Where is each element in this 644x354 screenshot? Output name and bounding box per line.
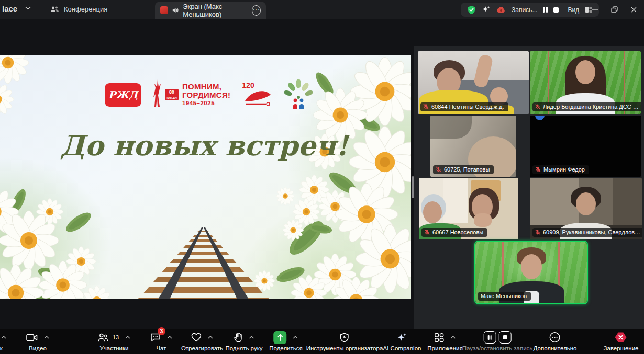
- participant-tile[interactable]: 60844 Немтины Сверд.ж.д.: [418, 51, 529, 114]
- slide-title: До новых встреч!: [21, 129, 387, 162]
- people-icon: [50, 6, 59, 13]
- victory-80-logo: 80ПОБЕДА! ПОМНИМ, ГОРДИМСЯ! 1945–2025: [153, 79, 230, 110]
- chevron-up-icon[interactable]: [1, 336, 6, 339]
- titlebar: lace Конференция Экран (Макс Меньшиков) …: [0, 0, 644, 19]
- participant-tile[interactable]: 60725, Потаповы: [430, 116, 516, 177]
- participant-name: 60909, Рукавишниковы, Свердловская…: [543, 229, 641, 235]
- pause-recording-icon[interactable]: [484, 331, 496, 344]
- shared-app-icon: [160, 6, 168, 14]
- mic-muted-icon: [535, 229, 540, 235]
- end-meeting-button[interactable]: Завершение: [604, 331, 639, 351]
- mic-muted-icon: [535, 104, 540, 110]
- heart-icon: [191, 333, 202, 342]
- participants-icon: [98, 333, 108, 342]
- more-ellipsis-icon: [549, 332, 561, 343]
- victory-line1: ПОМНИМ,: [182, 83, 230, 90]
- tab-conference-label: Конференция: [64, 5, 107, 13]
- anniversary-120-logo: 120: [242, 81, 272, 108]
- chevron-up-icon[interactable]: [208, 336, 213, 339]
- participant-name: Лидер Богдашина Кристина ДСС Сверд: [543, 104, 640, 110]
- ai-sparkle-icon[interactable]: [482, 5, 491, 14]
- tab-conference[interactable]: Конференция: [46, 3, 112, 15]
- participants-count: 13: [113, 334, 119, 340]
- record-control-button[interactable]: Пауза/остановить запись: [462, 331, 533, 351]
- host-tools-button[interactable]: Инструменты организатора: [306, 331, 383, 351]
- chat-badge: 3: [158, 327, 165, 335]
- participant-tile[interactable]: 60909, Рукавишниковы, Свердловская…: [530, 178, 642, 239]
- participant-name: 60844 Немтины Сверд.ж.д.: [431, 104, 504, 110]
- mic-muted-icon: [436, 166, 441, 173]
- meeting-toolbar: Звук Видео 13 Участники 3 Чат: [0, 329, 644, 354]
- raise-hand-button[interactable]: Поднять руку: [225, 331, 262, 351]
- close-button[interactable]: [624, 0, 643, 19]
- stop-recording-button[interactable]: [553, 7, 559, 13]
- speaker-icon: [172, 7, 179, 14]
- participant-tile[interactable]: 60667 Новоселовы: [419, 178, 518, 239]
- host-tools-shield-icon: [340, 333, 349, 342]
- chevron-up-icon[interactable]: [450, 336, 456, 339]
- participant-name: 60667 Новоселовы: [432, 229, 483, 235]
- react-button[interactable]: Отреагировать: [181, 331, 223, 351]
- view-button-label[interactable]: Вид: [568, 6, 579, 14]
- participant-name: 60725, Потаповы: [444, 166, 490, 173]
- mic-muted-icon: [424, 229, 430, 235]
- recording-status-label: Запись...: [512, 6, 537, 14]
- ai-companion-button[interactable]: AI Companion: [383, 331, 421, 351]
- ai-companion-icon: [397, 333, 407, 342]
- chat-button[interactable]: 3 Чат: [150, 331, 172, 351]
- panel-resize-handle[interactable]: [412, 176, 414, 198]
- apps-icon: [434, 333, 444, 342]
- shared-screen-content: РЖД 80ПОБЕДА! ПОМНИМ, ГОРДИМСЯ! 1945–202…: [0, 55, 411, 299]
- chevron-up-icon[interactable]: [125, 336, 130, 339]
- victory-line2: ГОРДИМСЯ!: [182, 91, 230, 99]
- apps-button[interactable]: Приложения: [427, 331, 462, 351]
- video-button[interactable]: Видео: [26, 331, 49, 351]
- security-shield-icon[interactable]: [467, 5, 476, 15]
- minimize-button[interactable]: [585, 0, 605, 19]
- chevron-up-icon[interactable]: [44, 336, 49, 339]
- rzd-logo: РЖД: [105, 83, 141, 107]
- chevron-down-icon[interactable]: [25, 6, 31, 10]
- audio-button[interactable]: Звук: [0, 331, 6, 351]
- tab-options-button[interactable]: ···: [252, 5, 261, 16]
- share-icon: [273, 331, 286, 344]
- tab-screen-share-label: Экран (Макс Меньшиков): [183, 3, 248, 18]
- chevron-up-icon[interactable]: [249, 336, 254, 339]
- end-meeting-icon: [615, 332, 627, 343]
- meeting-stage: РЖД 80ПОБЕДА! ПОМНИМ, ГОРДИМСЯ! 1945–202…: [0, 19, 644, 329]
- participant-name: Мымрин Федор: [543, 166, 585, 173]
- share-button[interactable]: Поделиться: [269, 331, 303, 351]
- chevron-up-icon[interactable]: [167, 336, 172, 339]
- participant-name: Макс Меньшиков: [481, 293, 527, 299]
- meeting-status-pill: Запись... Вид: [461, 3, 599, 17]
- mic-muted-icon: [423, 104, 429, 110]
- raised-hand-icon: [234, 333, 242, 342]
- family-tree-logo: [284, 79, 313, 110]
- workspace-menu[interactable]: lace: [2, 4, 17, 13]
- participant-tile[interactable]: Мымрин Федор: [530, 116, 641, 177]
- pause-recording-button[interactable]: [543, 7, 548, 13]
- participants-button[interactable]: 13 Участники: [98, 331, 130, 351]
- chevron-up-icon[interactable]: [293, 336, 298, 339]
- motherland-statue-icon: [153, 79, 161, 110]
- camera-icon: [26, 334, 38, 341]
- locomotive-swoosh-icon: [242, 81, 272, 108]
- recording-cloud-icon: [496, 6, 506, 13]
- zoom-meeting-window: lace Конференция Экран (Макс Меньшиков) …: [0, 0, 644, 354]
- tab-screen-share[interactable]: Экран (Макс Меньшиков) ···: [155, 2, 266, 19]
- stop-recording-icon[interactable]: [499, 331, 512, 344]
- slide-logos-row: РЖД 80ПОБЕДА! ПОМНИМ, ГОРДИМСЯ! 1945–202…: [105, 78, 313, 111]
- restore-button[interactable]: [604, 0, 624, 19]
- mic-muted-icon: [535, 166, 541, 173]
- more-button[interactable]: Дополнительно: [534, 331, 577, 351]
- victory-years: 1945–2025: [182, 100, 230, 107]
- participant-tile-active-speaker[interactable]: Макс Меньшиков: [474, 241, 588, 304]
- participant-tile[interactable]: Лидер Богдашина Кристина ДСС Сверд: [530, 51, 641, 114]
